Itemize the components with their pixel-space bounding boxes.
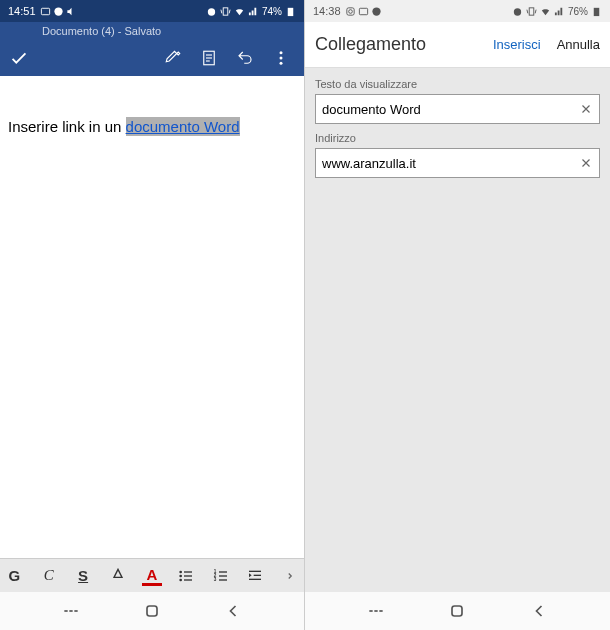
svg-rect-24 (249, 570, 261, 571)
status-bar: 14:51 74% (0, 0, 304, 22)
font-color-button[interactable]: A (142, 566, 162, 586)
svg-rect-4 (288, 7, 294, 15)
svg-rect-33 (359, 8, 367, 14)
svg-rect-17 (184, 579, 192, 580)
svg-point-10 (280, 57, 283, 60)
address-field-row (315, 148, 600, 178)
bullet-list-button[interactable] (176, 564, 196, 588)
svg-point-1 (54, 7, 62, 15)
insert-button[interactable]: Inserisci (493, 37, 541, 52)
more-menu-icon[interactable] (272, 49, 290, 67)
clear-address-icon[interactable] (579, 156, 593, 170)
svg-point-13 (180, 574, 183, 577)
display-text-label: Testo da visualizzare (315, 78, 600, 90)
wifi-icon (234, 6, 245, 17)
signal-icon (248, 6, 259, 17)
status-time: 14:38 (313, 5, 341, 17)
svg-rect-37 (594, 7, 600, 15)
svg-rect-30 (147, 606, 157, 616)
whatsapp-icon (371, 6, 382, 17)
android-nav-bar (0, 592, 304, 630)
svg-point-9 (280, 51, 283, 54)
back-button[interactable] (223, 601, 243, 621)
svg-rect-21 (219, 571, 227, 572)
message-icon (358, 6, 369, 17)
instagram-icon (345, 6, 356, 17)
speaker-icon (66, 6, 77, 17)
vibrate-icon (526, 6, 537, 17)
clear-display-icon[interactable] (579, 102, 593, 116)
svg-rect-16 (184, 575, 192, 576)
display-text-field-row (315, 94, 600, 124)
alarm-icon (206, 6, 217, 17)
back-button[interactable] (529, 601, 549, 621)
link-dialog-body: Testo da visualizzare Indirizzo (305, 68, 610, 592)
svg-rect-36 (529, 7, 534, 14)
italic-button[interactable]: C (38, 564, 58, 588)
svg-point-12 (180, 570, 183, 573)
svg-rect-22 (219, 575, 227, 576)
selected-link-text[interactable]: documento Word (126, 117, 240, 136)
battery-icon (591, 6, 602, 17)
alarm-icon (512, 6, 523, 17)
document-text[interactable]: Inserire link in un documento Word (8, 116, 296, 137)
message-icon (40, 6, 51, 17)
svg-point-2 (208, 8, 215, 15)
svg-point-11 (280, 62, 283, 65)
vibrate-icon (220, 6, 231, 17)
recents-button[interactable] (61, 601, 81, 621)
address-input[interactable] (322, 156, 579, 171)
svg-text:3: 3 (214, 577, 217, 582)
done-check-icon[interactable] (8, 47, 30, 69)
underline-button[interactable]: S (73, 564, 93, 588)
indent-button[interactable] (245, 564, 265, 588)
wifi-icon (540, 6, 551, 17)
svg-point-32 (348, 9, 352, 13)
svg-rect-25 (254, 574, 261, 575)
svg-point-34 (372, 7, 380, 15)
svg-point-14 (180, 578, 183, 581)
svg-point-35 (514, 8, 521, 15)
word-app-header: Documento (4) - Salvato (0, 22, 304, 76)
status-bar: 14:38 76% (305, 0, 610, 22)
right-screen: 14:38 76% Collegamento Inserisci Annulla… (305, 0, 610, 630)
svg-rect-3 (223, 7, 228, 14)
svg-rect-41 (452, 606, 462, 616)
undo-icon[interactable] (236, 49, 254, 67)
expand-toolbar-icon[interactable] (280, 564, 300, 588)
recents-button[interactable] (366, 601, 386, 621)
format-toolbar: G C S A 123 (0, 558, 304, 592)
cancel-button[interactable]: Annulla (557, 37, 600, 52)
address-label: Indirizzo (315, 132, 600, 144)
document-title: Documento (4) - Salvato (42, 25, 161, 37)
battery-percent: 74% (262, 6, 282, 17)
battery-icon (285, 6, 296, 17)
svg-rect-23 (219, 579, 227, 580)
signal-icon (554, 6, 565, 17)
home-button[interactable] (447, 601, 467, 621)
document-canvas[interactable]: Inserire link in un documento Word (0, 76, 304, 558)
dialog-title: Collegamento (315, 34, 493, 55)
svg-rect-26 (249, 578, 261, 579)
bold-button[interactable]: G (4, 564, 24, 588)
highlight-button[interactable] (107, 564, 127, 588)
battery-percent: 76% (568, 6, 588, 17)
numbered-list-button[interactable]: 123 (211, 564, 231, 588)
display-text-input[interactable] (322, 102, 579, 117)
text-before: Inserire link in un (8, 118, 126, 135)
reading-view-icon[interactable] (200, 49, 218, 67)
whatsapp-icon (53, 6, 64, 17)
svg-rect-31 (346, 7, 353, 14)
left-screen: 14:51 74% Documento (4) - Salvato (0, 0, 305, 630)
pen-edit-icon[interactable] (164, 49, 182, 67)
status-time: 14:51 (8, 5, 36, 17)
svg-rect-0 (41, 8, 49, 14)
home-button[interactable] (142, 601, 162, 621)
link-dialog-header: Collegamento Inserisci Annulla (305, 22, 610, 68)
android-nav-bar (305, 592, 610, 630)
svg-rect-15 (184, 571, 192, 572)
